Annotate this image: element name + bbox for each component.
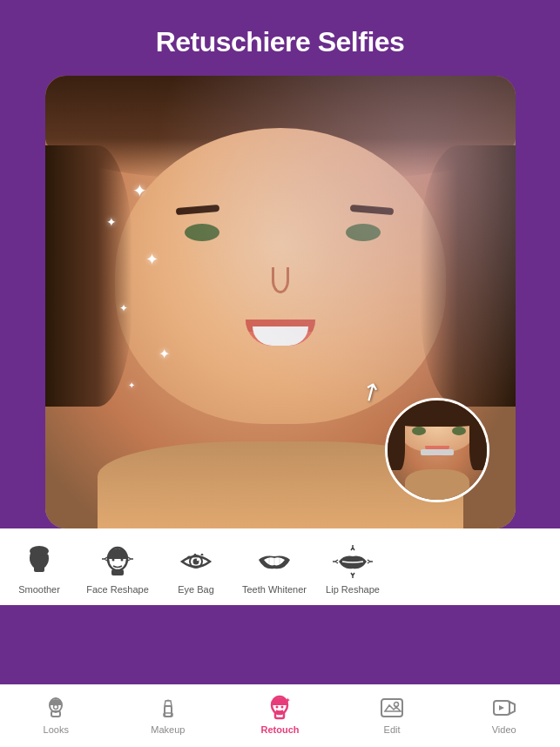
retouch-icon: ✦	[266, 694, 293, 722]
svg-rect-17	[165, 706, 172, 717]
sparkle-5: ✦	[159, 346, 170, 362]
svg-point-5	[112, 559, 115, 562]
svg-rect-1	[34, 565, 44, 572]
svg-point-25	[395, 703, 399, 707]
looks-icon	[42, 694, 70, 722]
sparkle-4: ✦	[119, 302, 128, 314]
svg-text:✦: ✦	[46, 550, 52, 558]
svg-point-10	[197, 559, 199, 561]
teeth-whitener-label: Teeth Whitener	[242, 584, 307, 595]
nav-retouch[interactable]: ✦ Retouch	[249, 694, 310, 735]
svg-rect-20	[275, 712, 284, 718]
retouch-label: Retouch	[260, 724, 299, 735]
svg-rect-15	[51, 711, 60, 717]
svg-rect-7	[111, 569, 124, 575]
svg-point-16	[54, 705, 58, 710]
edit-label: Edit	[384, 724, 401, 735]
eye-bag-label: Eye Bag	[178, 584, 214, 595]
sparkle-6: ✦	[128, 380, 135, 390]
svg-text:✦: ✦	[285, 697, 291, 704]
retouch-toolbar: ✦ Smoother Face Reshape	[0, 528, 560, 605]
page-title: Retuschiere Selfies	[156, 26, 405, 58]
makeup-label: Makeup	[151, 724, 185, 735]
tool-face-reshape[interactable]: Face Reshape	[78, 539, 157, 598]
teeth-whitener-icon	[255, 542, 293, 581]
nav-looks[interactable]: Looks	[25, 694, 86, 735]
nav-video[interactable]: Video	[474, 694, 535, 735]
tool-eye-bag[interactable]: Eye Bag	[157, 539, 235, 598]
looks-label: Looks	[44, 724, 69, 735]
smoother-icon: ✦	[20, 542, 58, 581]
before-thumbnail[interactable]	[385, 398, 489, 502]
video-label: Video	[492, 724, 516, 735]
svg-point-22	[281, 706, 284, 709]
lip-reshape-label: Lip Reshape	[326, 584, 380, 595]
nav-edit[interactable]: Edit	[361, 694, 422, 735]
edit-icon	[378, 694, 406, 722]
lip-reshape-icon	[334, 542, 372, 581]
smoother-label: Smoother	[18, 584, 60, 595]
sparkle-3: ✦	[145, 250, 159, 269]
face-reshape-label: Face Reshape	[86, 584, 149, 595]
tool-lip-reshape[interactable]: Lip Reshape	[314, 539, 392, 598]
svg-point-21	[276, 706, 279, 709]
tool-teeth-whitener[interactable]: Teeth Whitener	[235, 539, 314, 598]
bottom-navigation: Looks Makeup ✦	[0, 684, 560, 747]
sparkle-1: ✦	[132, 180, 147, 201]
eye-bag-icon	[177, 542, 215, 581]
nav-makeup[interactable]: Makeup	[138, 694, 199, 735]
main-photo: ✦ ✦ ✦ ✦ ✦ ✦ ↗	[45, 76, 516, 528]
video-icon	[490, 694, 518, 722]
photo-card: ✦ ✦ ✦ ✦ ✦ ✦ ↗	[45, 76, 516, 528]
face-reshape-icon	[98, 542, 137, 581]
svg-point-6	[121, 559, 124, 562]
tool-smoother[interactable]: ✦ Smoother	[0, 539, 78, 598]
sparkle-2: ✦	[106, 215, 117, 229]
makeup-icon	[154, 694, 182, 722]
